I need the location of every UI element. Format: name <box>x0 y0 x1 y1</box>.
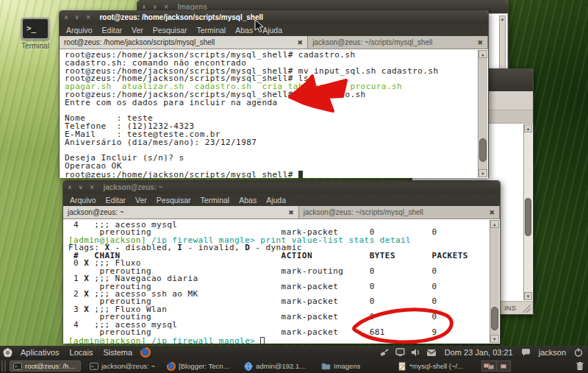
folder-icon <box>321 362 331 370</box>
task-label: root@zeus: /ho... <box>25 362 77 370</box>
menu-logo-icon[interactable] <box>3 348 12 358</box>
menu-terminal[interactable]: Terminal <box>197 26 226 35</box>
scrollbar-thumb[interactable] <box>491 307 498 330</box>
menu-arquivo[interactable]: Arquivo <box>70 196 96 205</box>
task-label: admin@192.168... <box>256 362 309 370</box>
close-icon[interactable]: × <box>86 11 91 24</box>
user-menu[interactable]: jackson <box>534 346 571 359</box>
minimize-icon[interactable]: ∧ <box>64 11 68 24</box>
tab-label: jackson@zeus: ~ <box>68 208 124 216</box>
panel-menu: Aplicativos Locais Sistema Dom 23 Jan, 0… <box>0 346 588 359</box>
scrollbar-thumb[interactable] <box>479 138 487 162</box>
scroll-up-icon[interactable]: ▲ <box>490 220 499 228</box>
terminal-window-root[interactable]: ∧ ∨ × root@zeus: /home/jackson/scripts/m… <box>59 10 489 178</box>
file-manager-scrollbar[interactable]: ▲ <box>499 15 506 69</box>
window-controls: ∧ ∨ × <box>64 11 90 24</box>
terminal2-titlebar[interactable]: ∧ ∨ × jackson@zeus: ~ <box>63 181 500 193</box>
tab-label: jackson@zeus: ~/scripts/mysql_shell <box>304 208 423 216</box>
tab-close-icon[interactable]: ✖ <box>484 209 495 216</box>
menu-aplicativos[interactable]: Aplicativos <box>15 346 65 359</box>
mail-icon[interactable] <box>426 349 437 357</box>
menu-ver[interactable]: Ver <box>135 196 147 205</box>
text-editor-scrollbar[interactable]: ▲ ▼ <box>523 124 532 300</box>
terminal-window-jackson[interactable]: ∧ ∨ × jackson@zeus: ~ Arquivo Editar Ver… <box>62 180 501 344</box>
workspace-switcher[interactable] <box>481 360 511 372</box>
terminal1-tabbar: root@zeus: /home/jackson/scripts/mysql_s… <box>60 36 488 49</box>
terminal1-scrollbar[interactable]: ▲ ▼ <box>478 50 487 177</box>
task-label: *mysql-shell (~/... <box>409 362 463 370</box>
display-icon[interactable] <box>395 348 405 357</box>
network-icon[interactable] <box>380 348 390 357</box>
terminal1-output: root@zeus:/home/jackson/scripts/mysql_sh… <box>60 49 488 178</box>
panel-taskbar: >_ root@zeus: /ho... >_ jackson@zeus: ~ … <box>0 359 588 373</box>
desktop-icon-terminal[interactable]: >_ Terminal <box>16 18 54 50</box>
terminal1-screen[interactable]: root@zeus:/home/jackson/scripts/mysql_sh… <box>60 49 488 178</box>
menu-pesquisar[interactable]: Pesquisar <box>157 196 191 205</box>
menu-abas[interactable]: Abas <box>235 26 253 35</box>
tab-root-mysqlshell[interactable]: root@zeus: /home/jackson/scripts/mysql_s… <box>60 36 308 49</box>
terminal2-screen[interactable]: 4 ;;; acesso mysql prerouting mark-packe… <box>63 219 500 344</box>
taskbar-item-jackson-terminal[interactable]: >_ jackson@zeus: ~ <box>87 360 158 372</box>
window-controls: ∧ ∨ × <box>68 181 94 193</box>
minimize-icon[interactable]: ∧ <box>68 181 72 193</box>
globe-icon <box>244 362 253 371</box>
menu-abas[interactable]: Abas <box>239 196 257 205</box>
firefox-icon <box>167 362 176 371</box>
scrollbar-thumb[interactable] <box>525 198 531 236</box>
tab-jackson-home[interactable]: jackson@zeus: ~ ✖ <box>63 206 299 219</box>
task-label: Imagens <box>334 362 360 370</box>
close-icon[interactable]: × <box>90 181 95 193</box>
terminal2-tabbar: jackson@zeus: ~ ✖ jackson@zeus: ~/script… <box>63 206 500 219</box>
terminal-icon: >_ <box>13 363 22 370</box>
terminal1-title: root@zeus: /home/jackson/scripts/mysql_s… <box>99 13 263 21</box>
maximize-icon[interactable]: ∨ <box>75 11 79 24</box>
trash-icon[interactable] <box>576 361 584 371</box>
terminal2-menubar: Arquivo Editar Ver Pesquisar Terminal Ab… <box>63 193 500 206</box>
tab-label: jackson@zeus: ~/scripts/mysql_shell <box>312 38 432 46</box>
chat-icon[interactable] <box>521 348 531 357</box>
terminal2-title: jackson@zeus: ~ <box>103 183 162 191</box>
scroll-up-icon[interactable]: ▲ <box>478 50 487 58</box>
terminal1-titlebar[interactable]: ∧ ∨ × root@zeus: /home/jackson/scripts/m… <box>60 11 488 24</box>
scroll-up-icon[interactable]: ▲ <box>524 124 532 132</box>
scroll-down-icon[interactable]: ▼ <box>524 292 532 300</box>
task-label: jackson@zeus: ~ <box>101 362 155 370</box>
tab-jackson-mysqlshell[interactable]: jackson@zeus: ~/scripts/mysql_shell ✖ <box>308 36 488 49</box>
desktop: >_ Terminal ∧ ∨ × Imagens ▲ ▲ ▼ <box>0 0 588 373</box>
menu-editar[interactable]: Editar <box>102 26 122 35</box>
workspace-2[interactable] <box>496 361 510 371</box>
terminal2-scrollbar[interactable]: ▲ ▼ <box>490 220 499 343</box>
scroll-up-icon[interactable]: ▲ <box>500 16 505 23</box>
menu-locais[interactable]: Locais <box>65 346 98 359</box>
workspace-1[interactable] <box>482 361 496 371</box>
firefox-launcher-icon[interactable] <box>140 347 151 358</box>
power-icon[interactable] <box>574 348 583 357</box>
menu-editar[interactable]: Editar <box>106 196 126 205</box>
scroll-down-icon[interactable]: ▼ <box>478 169 487 177</box>
taskbar-item-blogger[interactable]: [Blogger: Tecno... <box>164 360 235 372</box>
clock[interactable]: Dom 23 Jan, 03:21 <box>440 346 518 359</box>
tab-jackson-mysqlshell[interactable]: jackson@zeus: ~/scripts/mysql_shell ✖ <box>299 206 500 219</box>
tab-close-icon[interactable]: ✖ <box>284 209 294 216</box>
taskbar-item-admin-browser[interactable]: admin@192.168... <box>241 360 312 372</box>
resize-grip[interactable] <box>522 304 531 313</box>
terminal-icon: >_ <box>90 363 98 370</box>
tab-close-icon[interactable]: ✖ <box>293 39 304 46</box>
volume-icon[interactable] <box>411 348 420 357</box>
menu-ver[interactable]: Ver <box>132 26 143 35</box>
taskbar-item-root-terminal[interactable]: >_ root@zeus: /ho... <box>10 360 81 372</box>
menu-pesquisar[interactable]: Pesquisar <box>153 26 187 35</box>
scroll-down-icon[interactable]: ▼ <box>490 335 499 343</box>
tab-close-icon[interactable]: ✖ <box>473 39 483 46</box>
panel-handle[interactable] <box>1 360 6 372</box>
menu-ajuda[interactable]: Ajuda <box>266 196 286 205</box>
menu-ajuda[interactable]: Ajuda <box>262 26 282 35</box>
menu-sistema[interactable]: Sistema <box>98 346 137 359</box>
task-label: [Blogger: Tecno... <box>179 362 232 370</box>
menu-terminal[interactable]: Terminal <box>201 196 230 205</box>
taskbar-item-mysql-shell-editor[interactable]: *mysql-shell (~/... <box>395 360 467 372</box>
tab-label: root@zeus: /home/jackson/scripts/mysql_s… <box>64 38 215 46</box>
taskbar-item-imagens[interactable]: Imagens <box>318 360 390 372</box>
menu-arquivo[interactable]: Arquivo <box>66 26 93 35</box>
maximize-icon[interactable]: ∨ <box>79 181 83 193</box>
